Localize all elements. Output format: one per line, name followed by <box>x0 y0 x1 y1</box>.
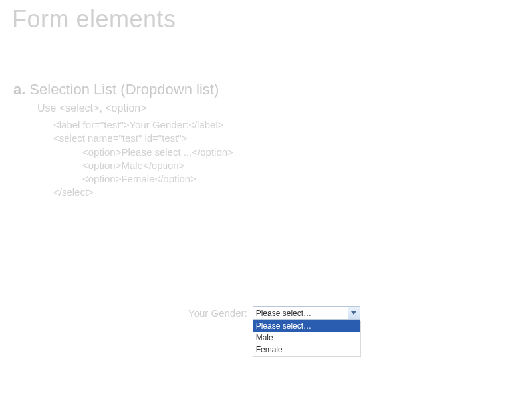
example-area: Your Gender: Please select… Please selec… <box>188 306 360 356</box>
dropdown-option[interactable]: Please select… <box>253 320 360 332</box>
dropdown-display[interactable]: Please select… <box>253 306 360 320</box>
slide-title: Form elements <box>12 5 520 33</box>
section-heading-row: a. Selection List (Dropdown list) <box>13 81 520 98</box>
section-heading: Selection List (Dropdown list) <box>29 81 219 98</box>
code-line: <option>Male</option> <box>82 159 520 172</box>
chevron-down-icon <box>351 311 356 315</box>
code-line: <option>Female</option> <box>82 172 520 186</box>
dropdown-option[interactable]: Female <box>253 344 360 356</box>
section-bullet: a. <box>13 81 25 98</box>
code-block: <label for="test">Your Gender:</label> <… <box>53 118 520 200</box>
code-line: <select name="test" id="test"> <box>53 132 520 145</box>
dropdown-button[interactable] <box>348 307 360 319</box>
dropdown[interactable]: Please select… Please select… Male Femal… <box>253 306 360 356</box>
dropdown-option[interactable]: Male <box>253 332 360 344</box>
example-label: Your Gender: <box>188 307 247 319</box>
dropdown-list[interactable]: Please select… Male Female <box>253 320 360 356</box>
code-line: <option>Please select ...</option> <box>82 146 520 159</box>
dropdown-selected-text: Please select… <box>256 309 311 318</box>
code-line: <label for="test">Your Gender:</label> <box>53 118 520 132</box>
section-use-line: Use <select>, <option> <box>37 102 520 114</box>
code-line: </select> <box>53 186 520 199</box>
